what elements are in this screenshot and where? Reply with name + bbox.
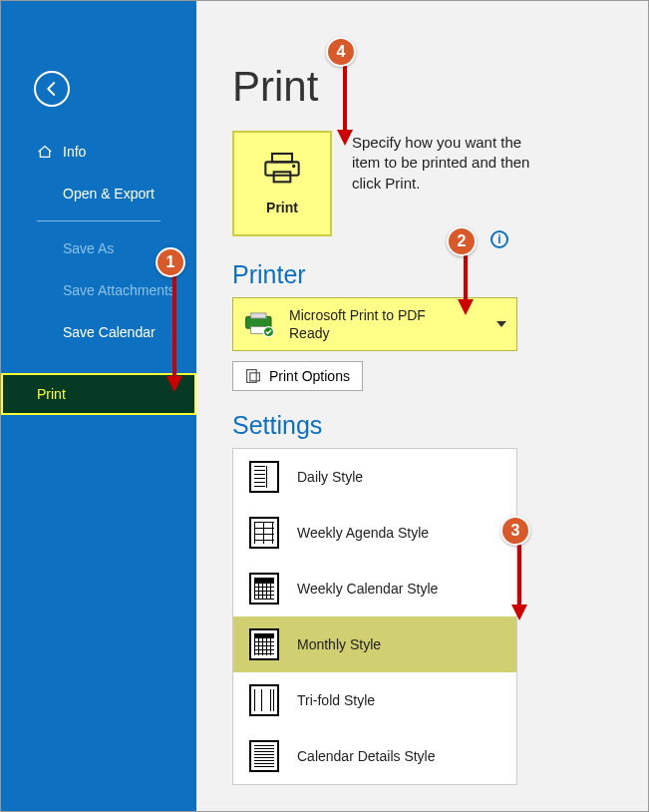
svg-point-3 — [292, 165, 295, 168]
home-icon — [37, 145, 53, 159]
style-label: Daily Style — [297, 469, 363, 485]
svg-marker-15 — [511, 605, 527, 620]
svg-rect-1 — [265, 162, 298, 175]
sidebar-label-open-export: Open & Export — [63, 186, 155, 202]
callout-badge-1: 1 — [156, 247, 185, 277]
sidebar-label-info: Info — [63, 144, 86, 160]
printer-status-icon — [243, 311, 277, 337]
sidebar-label-save-calendar: Save Calendar — [63, 324, 156, 340]
callout-badge-3: 3 — [500, 516, 530, 546]
print-options-icon — [245, 368, 261, 384]
callout-arrow-4 — [331, 66, 361, 148]
style-label: Weekly Agenda Style — [297, 525, 429, 541]
svg-marker-13 — [458, 299, 474, 315]
settings-section-title: Settings — [232, 411, 612, 440]
weekly-calendar-style-icon — [249, 573, 279, 605]
sidebar-item-open-export[interactable]: Open & Export — [1, 173, 196, 214]
style-label: Weekly Calendar Style — [297, 581, 438, 597]
sidebar-separator — [37, 220, 161, 221]
style-item-weekly-calendar[interactable]: Weekly Calendar Style — [233, 561, 516, 616]
style-item-daily[interactable]: Daily Style — [233, 449, 516, 505]
style-label: Calendar Details Style — [297, 748, 436, 764]
trifold-style-icon — [249, 684, 279, 716]
style-item-weekly-agenda[interactable]: Weekly Agenda Style — [233, 505, 516, 561]
printer-section-title: Printer — [232, 260, 612, 289]
sidebar-label-save-attachments: Save Attachments — [63, 282, 175, 298]
style-item-monthly[interactable]: Monthly Style — [233, 616, 516, 672]
callout-badge-4: 4 — [326, 37, 356, 67]
callout-arrow-2 — [452, 255, 482, 317]
sidebar-label-save-as: Save As — [63, 240, 114, 256]
monthly-style-icon — [249, 628, 279, 660]
printer-info-icon[interactable]: i — [490, 230, 508, 248]
back-button[interactable] — [34, 71, 70, 107]
print-options-button[interactable]: Print Options — [232, 361, 363, 391]
print-options-label: Print Options — [269, 368, 350, 384]
style-item-trifold[interactable]: Tri-fold Style — [233, 672, 516, 728]
chevron-down-icon — [496, 321, 506, 327]
settings-style-list: Daily Style Weekly Agenda Style Weekly C… — [232, 448, 517, 785]
callout-arrow-3 — [505, 545, 535, 622]
sidebar-label-print: Print — [37, 386, 66, 402]
svg-rect-5 — [251, 313, 266, 318]
sidebar-item-info[interactable]: Info — [1, 131, 196, 173]
back-arrow-icon — [43, 80, 61, 98]
callout-arrow-1 — [161, 276, 190, 394]
callout-badge-2: 2 — [447, 226, 477, 256]
weekly-agenda-style-icon — [249, 517, 279, 549]
svg-marker-11 — [166, 376, 182, 392]
style-item-calendar-details[interactable]: Calendar Details Style — [233, 728, 516, 784]
backstage-sidebar: Info Open & Export Save As Save Attachme… — [1, 1, 196, 811]
main-panel: Print Print Specify how you want the ite… — [196, 1, 648, 811]
svg-rect-9 — [250, 373, 260, 381]
calendar-details-style-icon — [249, 740, 279, 772]
printer-icon — [262, 152, 302, 186]
daily-style-icon — [249, 461, 279, 493]
printer-status: Ready — [289, 324, 426, 342]
svg-rect-2 — [274, 172, 291, 182]
svg-rect-0 — [272, 154, 292, 162]
svg-marker-17 — [337, 130, 353, 146]
page-title: Print — [232, 63, 612, 111]
style-label: Tri-fold Style — [297, 692, 375, 708]
printer-name: Microsoft Print to PDF — [289, 306, 426, 324]
print-tile-label: Print — [266, 200, 298, 215]
print-description: Specify how you want the item to be prin… — [352, 133, 541, 194]
print-button-tile[interactable]: Print — [232, 131, 332, 236]
style-label: Monthly Style — [297, 636, 381, 652]
